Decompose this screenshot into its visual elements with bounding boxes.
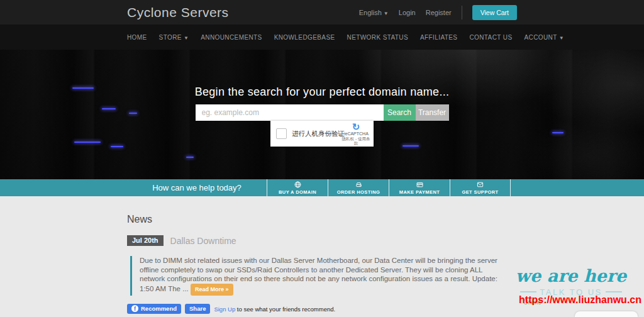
transfer-button[interactable]: Transfer bbox=[416, 104, 449, 121]
buy-a-domain-label: BUY A DOMAIN bbox=[279, 189, 316, 195]
facebook-recommend-label: Recommend bbox=[141, 305, 177, 312]
recaptcha-brand: reCAPTCHA bbox=[341, 131, 370, 136]
facebook-recommend-button[interactable]: f Recommend bbox=[127, 304, 181, 314]
top-header: Cyclone Servers English▼ Login Register … bbox=[0, 0, 644, 25]
chat-divider-line bbox=[520, 291, 536, 292]
nav-knowledgebase[interactable]: KNOWLEDGEBASE bbox=[274, 34, 335, 41]
live-chat-window-edge[interactable] bbox=[575, 311, 638, 317]
news-date-badge: Jul 20th bbox=[127, 235, 164, 246]
nav-announcements[interactable]: ANNOUNCEMENTS bbox=[201, 34, 262, 41]
header-divider bbox=[462, 6, 462, 19]
recaptcha-checkbox[interactable] bbox=[276, 128, 287, 139]
facebook-share-button[interactable]: Share bbox=[185, 304, 210, 314]
hero-banner: Begin the search for your perfect domain… bbox=[0, 50, 644, 179]
news-item-title[interactable]: Dallas Downtime bbox=[170, 236, 236, 246]
chat-divider-line bbox=[606, 291, 622, 292]
nav-account-label: ACCOUNT bbox=[524, 34, 557, 41]
make-payment-button[interactable]: MAKE PAYMENT bbox=[389, 179, 450, 196]
facebook-icon: f bbox=[131, 305, 138, 312]
help-bar-title: How can we help today? bbox=[127, 179, 267, 196]
nav-affiliates[interactable]: AFFILIATES bbox=[420, 34, 457, 41]
domain-search-input[interactable] bbox=[196, 104, 384, 121]
site-logo[interactable]: Cyclone Servers bbox=[127, 5, 229, 20]
server-icon bbox=[355, 181, 362, 188]
server-led-light bbox=[186, 157, 194, 158]
search-button[interactable]: Search bbox=[384, 104, 416, 121]
nav-store-label: STORE bbox=[159, 34, 182, 41]
caret-down-icon: ▼ bbox=[559, 35, 564, 41]
facebook-signup-rest: to see what your friends recommend. bbox=[235, 306, 335, 313]
register-link[interactable]: Register bbox=[426, 9, 452, 16]
news-item-body: Due to DIMM slot related issues with our… bbox=[130, 256, 504, 296]
nav-account-dropdown[interactable]: ACCOUNT▼ bbox=[524, 34, 564, 41]
news-section-title: News bbox=[127, 214, 517, 225]
chat-we-are-here-text: we are here bbox=[514, 267, 628, 286]
nav-home[interactable]: HOME bbox=[127, 34, 147, 41]
main-nav: HOME STORE▼ ANNOUNCEMENTS KNOWLEDGEBASE … bbox=[0, 25, 644, 50]
domain-search-heading: Begin the search for your perfect domain… bbox=[0, 50, 644, 99]
recaptcha-label: 进行人机身份验证 bbox=[292, 130, 345, 138]
nav-contact-us[interactable]: CONTACT US bbox=[469, 34, 512, 41]
nav-store[interactable]: STORE▼ bbox=[159, 34, 189, 41]
caret-down-icon: ▼ bbox=[184, 35, 189, 41]
facebook-signup-text: Sign Up to see what your friends recomme… bbox=[214, 306, 335, 313]
envelope-icon bbox=[477, 181, 484, 188]
recaptcha-widget: 进行人机身份验证 ↻ reCAPTCHA 隐私权 - 使用条款 bbox=[270, 121, 374, 147]
help-bar: How can we help today? BUY A DOMAIN ORDE… bbox=[0, 179, 644, 196]
order-hosting-label: ORDER HOSTING bbox=[337, 189, 380, 195]
domain-search-form: Search Transfer bbox=[196, 104, 449, 121]
order-hosting-button[interactable]: ORDER HOSTING bbox=[328, 179, 389, 196]
buy-a-domain-button[interactable]: BUY A DOMAIN bbox=[267, 179, 328, 196]
facebook-share-label: Share bbox=[189, 305, 206, 312]
credit-card-icon bbox=[416, 181, 423, 188]
recaptcha-logo-icon: ↻ bbox=[341, 122, 370, 131]
get-support-button[interactable]: GET SUPPORT bbox=[450, 179, 511, 196]
language-label: English bbox=[359, 9, 382, 16]
caret-down-icon: ▼ bbox=[384, 11, 389, 16]
language-dropdown[interactable]: English▼ bbox=[359, 9, 389, 16]
recaptcha-privacy-terms-links[interactable]: 隐私权 - 使用条款 bbox=[341, 137, 370, 145]
login-link[interactable]: Login bbox=[399, 9, 416, 16]
get-support-label: GET SUPPORT bbox=[462, 189, 498, 195]
nav-network-status[interactable]: NETWORK STATUS bbox=[347, 34, 408, 41]
globe-icon bbox=[294, 181, 301, 188]
view-cart-button[interactable]: View Cart bbox=[472, 5, 517, 20]
facebook-social-plugin: f Recommend Share Sign Up to see what yo… bbox=[127, 304, 517, 314]
read-more-button[interactable]: Read More » bbox=[191, 284, 233, 296]
news-item-dallas-downtime: Jul 20th Dallas Downtime bbox=[127, 235, 517, 246]
facebook-signup-link[interactable]: Sign Up bbox=[214, 306, 235, 313]
watermark-url: https://www.liuzhanwu.cn bbox=[519, 294, 641, 306]
make-payment-label: MAKE PAYMENT bbox=[399, 189, 440, 195]
page: Cyclone Servers English▼ Login Register … bbox=[0, 0, 644, 317]
